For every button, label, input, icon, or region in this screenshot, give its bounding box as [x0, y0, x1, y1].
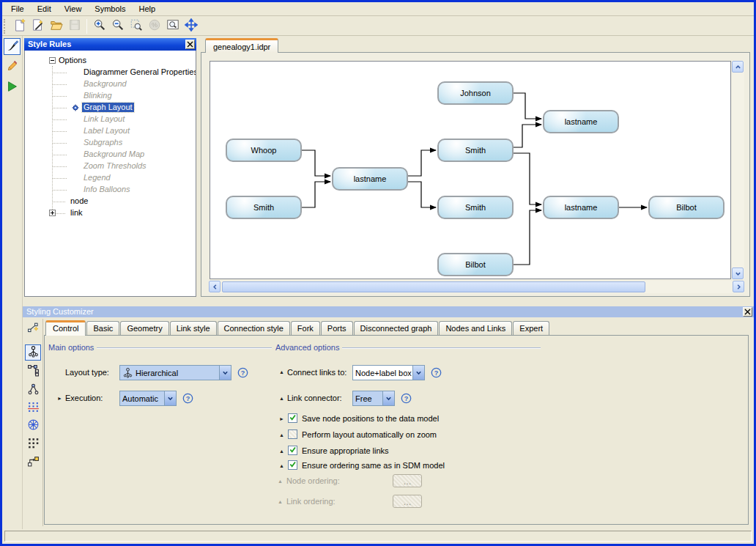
dropdown-arrow-icon[interactable] — [412, 366, 424, 380]
tree-layout-button[interactable] — [25, 364, 41, 380]
styling-customizer-titlebar[interactable]: Styling Customizer — [23, 306, 754, 317]
circular-layout-button[interactable] — [25, 418, 41, 434]
diagram-node-lastname3[interactable]: lastname — [543, 196, 619, 219]
tree-item-label-layout[interactable]: Label Layout — [82, 126, 131, 136]
tree-item-info-balloons[interactable]: Info Balloons — [82, 185, 132, 194]
expand-icon[interactable] — [49, 210, 56, 216]
connect-links-select[interactable]: Node+label box — [352, 365, 425, 380]
execution-select[interactable]: Automatic — [119, 391, 177, 406]
checkbox-ensure-appropriate-links[interactable] — [288, 446, 297, 455]
diagram-node-smith1[interactable]: Smith — [437, 139, 514, 162]
close-style-rules-button[interactable] — [185, 40, 195, 49]
open-button[interactable] — [47, 18, 65, 35]
horizontal-scroll-thumb[interactable] — [222, 281, 645, 292]
diagram-node-smith2[interactable]: Smith — [226, 196, 302, 219]
diagram-node-smith3[interactable]: Smith — [437, 196, 514, 219]
menu-help[interactable]: Help — [133, 3, 163, 15]
scroll-up-button[interactable] — [732, 61, 744, 73]
tab-ports[interactable]: Ports — [321, 321, 353, 335]
dropdown-arrow-icon[interactable] — [382, 391, 394, 405]
tree-item-background-map[interactable]: Background Map — [82, 150, 146, 159]
run-button[interactable] — [4, 79, 21, 96]
check-icon — [289, 460, 297, 470]
checkbox-label-ensure-appropriate-links: Ensure appropriate links — [302, 446, 389, 456]
tab-geometry[interactable]: Geometry — [120, 321, 168, 335]
menu-view[interactable]: View — [58, 3, 89, 15]
diagram-node-bilbot1[interactable]: Bilbot — [648, 196, 724, 219]
tree-item-options[interactable]: Options — [57, 56, 88, 65]
layout-type-select[interactable]: Hierarchical — [119, 365, 231, 380]
tab-expert[interactable]: Expert — [513, 321, 549, 335]
vertical-scrollbar[interactable] — [732, 61, 744, 279]
zoom-out-button[interactable] — [108, 18, 127, 35]
svg-text:?: ? — [241, 369, 245, 377]
link-connector-help-button[interactable]: ? — [401, 393, 412, 404]
link-layout-button[interactable] — [25, 454, 41, 471]
diagram-node-johnson[interactable]: Johnson — [437, 81, 514, 105]
checkbox-save-node-positions-to-the-data-model[interactable] — [288, 413, 297, 423]
tree-item-node[interactable]: node — [69, 196, 89, 206]
checkbox-perform-layout-automatically-on-zoom[interactable] — [288, 429, 297, 439]
menu-symbols[interactable]: Symbols — [88, 3, 132, 15]
menu-file[interactable]: File — [4, 3, 31, 15]
layout-type-help-button[interactable]: ? — [237, 367, 248, 378]
tree-item-link[interactable]: link — [69, 208, 84, 218]
diagram-node-bilbot2[interactable]: Bilbot — [437, 253, 514, 276]
checkbox-ensure-ordering-same-as-in-sdm-model[interactable] — [288, 460, 297, 470]
style-wizard-button[interactable] — [29, 18, 47, 35]
tab-basic[interactable]: Basic — [86, 321, 119, 335]
tab-disconnected-graph[interactable]: Disconnected graph — [354, 321, 439, 335]
tab-connection-style[interactable]: Connection style — [218, 321, 290, 335]
tab-nodes-and-links[interactable]: Nodes and Links — [439, 321, 512, 335]
close-styling-customizer-button[interactable] — [743, 307, 752, 317]
fit-to-window-button[interactable] — [163, 18, 182, 35]
grid-layout-button[interactable] — [25, 435, 41, 451]
tree-item-link-layout[interactable]: Link Layout — [82, 114, 126, 124]
diagram-canvas[interactable]: JohnsonlastnameWhoopSmithlastnameSmithSm… — [210, 61, 731, 279]
diagram-node-whoop[interactable]: Whoop — [226, 139, 302, 162]
scroll-left-button[interactable] — [209, 281, 220, 292]
dropdown-arrow-icon[interactable] — [164, 391, 176, 405]
tree-item-subgraphs[interactable]: Subgraphs — [82, 138, 124, 147]
menu-edit[interactable]: Edit — [31, 3, 58, 15]
tree-item-background[interactable]: Background — [82, 79, 128, 89]
execution-help-button[interactable]: ? — [182, 393, 193, 404]
dropdown-arrow-icon[interactable] — [219, 366, 231, 380]
tab-link-style[interactable]: Link style — [170, 321, 217, 335]
tree-item-blinking[interactable]: Blinking — [82, 91, 114, 100]
tree-item-diagrammer-general-properties[interactable]: Diagrammer General Properties — [82, 67, 196, 77]
control-tab-content: Main options Layout type: Hierarchical ?… — [44, 335, 749, 525]
diagram-node-lastname1[interactable]: lastname — [543, 110, 619, 133]
columns-layout-button[interactable] — [25, 400, 41, 416]
tree-guide-stub — [52, 155, 67, 155]
style-rules-titlebar[interactable]: Style Rules — [24, 38, 196, 51]
scroll-down-button[interactable] — [732, 268, 744, 279]
hierarchical-layout-button[interactable] — [25, 344, 41, 361]
pan-button[interactable] — [182, 18, 200, 35]
style-edit-mode-button[interactable] — [4, 38, 21, 55]
tree-item-graph-layout[interactable]: Graph Layout — [82, 103, 134, 112]
tree-item-zoom-thresholds[interactable]: Zoom Thresholds — [82, 161, 148, 171]
link-connector-select[interactable]: Free — [352, 391, 395, 406]
tab-fork[interactable]: Fork — [291, 321, 320, 335]
tree-row-node: node — [25, 196, 196, 207]
edit-link-button[interactable] — [25, 320, 41, 336]
document-tab[interactable]: genealogy1.idpr — [205, 38, 278, 53]
connect-links-help-button[interactable]: ? — [431, 367, 442, 378]
scroll-right-button[interactable] — [733, 281, 744, 292]
fit-window-icon — [166, 18, 179, 34]
diagram-node-lastname2[interactable]: lastname — [332, 167, 408, 191]
style-rules-tree: OptionsDiagrammer General PropertiesBack… — [25, 51, 196, 296]
tree-item-legend[interactable]: Legend — [82, 173, 112, 182]
node-label: Bilbot — [465, 260, 486, 269]
tree-guide-stub — [52, 143, 67, 144]
edit-mode-button[interactable] — [4, 59, 21, 75]
new-document-button[interactable] — [10, 18, 29, 35]
collapse-icon[interactable] — [49, 57, 56, 64]
tree-row-background-map: Background Map — [25, 149, 196, 161]
horizontal-scrollbar[interactable] — [209, 281, 744, 293]
zoom-in-button[interactable] — [90, 18, 108, 35]
tab-control[interactable]: Control — [45, 320, 86, 336]
radial-layout-button[interactable] — [25, 383, 41, 399]
zoom-area-button[interactable] — [127, 18, 145, 35]
